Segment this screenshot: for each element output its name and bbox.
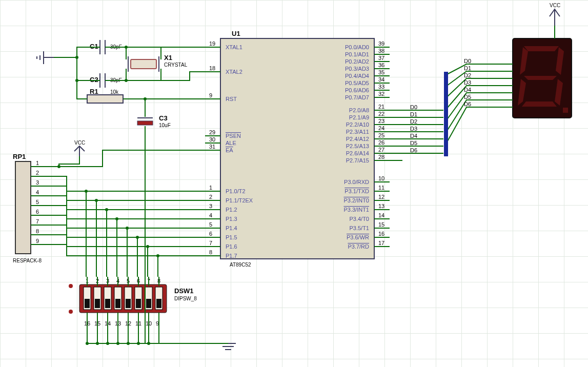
- ground-symbol-1: [37, 51, 54, 64]
- mcu-pin-num: 11: [378, 185, 384, 191]
- mcu-pin-name: P3.4/T0: [349, 216, 369, 222]
- svg-rect-43: [146, 299, 151, 308]
- mcu-pin-num: 14: [378, 212, 384, 218]
- svg-point-64: [85, 190, 88, 193]
- mcu-pin-num: 35: [378, 69, 384, 75]
- mcu-pin-name: P3.7/RD: [348, 243, 369, 250]
- net-label: D1: [464, 65, 471, 71]
- mcu-pin-name: P0.1/AD1: [345, 51, 369, 57]
- svg-point-66: [105, 208, 108, 211]
- mcu-pin-name: P0.4/AD4: [345, 73, 369, 79]
- mcu-pin-name: P3.1/TXD: [344, 188, 369, 194]
- mcu-pin-num: 13: [378, 203, 384, 209]
- mcu-pin-name: P2.4/A12: [346, 136, 369, 142]
- net-label: D0: [464, 58, 471, 64]
- net-label: D3: [410, 126, 417, 132]
- mcu-pin-name: P1.2: [226, 207, 237, 213]
- svg-point-89: [75, 56, 78, 59]
- mcu-pin-num: 26: [378, 139, 384, 146]
- mcu-pin-num: 6: [209, 231, 212, 237]
- mcu-pin-name: P3.3/INT1: [343, 207, 369, 213]
- r1-val: 10k: [110, 89, 119, 95]
- svg-point-67: [115, 217, 118, 220]
- vcc-top-label: VCC: [550, 3, 560, 8]
- mcu-pin-name: P2.5/A13: [346, 143, 369, 149]
- svg-rect-54: [563, 108, 568, 113]
- c1-ref: C1: [90, 43, 98, 50]
- mcu-pin-name: P1.4: [226, 225, 237, 231]
- net-label: D2: [464, 72, 471, 78]
- mcu-pin-num: 22: [378, 111, 384, 117]
- rp1-pin: 5: [36, 199, 39, 205]
- svg-point-29: [69, 310, 73, 314]
- mcu-pin-name: P0.6/AD6: [345, 87, 369, 93]
- rp1-pin: 8: [36, 228, 39, 234]
- mcu-pin-num: 10: [378, 175, 384, 181]
- vcc-symbol-left: VCC: [74, 140, 85, 156]
- mcu-part: AT89C52: [230, 262, 251, 268]
- mcu-pin-name: P2.3/A11: [346, 129, 369, 135]
- c2-ref: C2: [90, 76, 98, 84]
- mcu-pin-name: P2.2/A10: [346, 121, 369, 128]
- mcu-ref: U1: [232, 30, 240, 37]
- rp1-pin: 2: [36, 170, 39, 176]
- vcc-symbol-top: VCC: [550, 3, 560, 26]
- mcu-pin-num: 2: [209, 194, 212, 200]
- crystal-x1[interactable]: X1 CRYSTAL: [128, 54, 188, 72]
- mcu-pin-name: P1.3: [226, 216, 237, 222]
- svg-rect-37: [115, 299, 120, 308]
- mcu-pin-num: 30: [209, 136, 215, 142]
- mcu-pin-name: RST: [226, 96, 237, 102]
- net-label: D3: [464, 79, 471, 86]
- mcu-pin-num: 4: [209, 212, 212, 218]
- resistor-r1[interactable]: R1 10k: [87, 88, 123, 103]
- x1-val: CRYSTAL: [164, 62, 188, 68]
- mcu-pin-num: 37: [378, 55, 384, 61]
- rp1-pin: 9: [36, 238, 39, 244]
- rp1-pin: 4: [36, 189, 39, 195]
- vcc-left-label: VCC: [74, 140, 85, 146]
- seven-seg-display[interactable]: [513, 38, 572, 118]
- mcu-pin-name: P2.6/A14: [346, 150, 369, 156]
- svg-point-70: [146, 245, 149, 248]
- net-label: D6: [464, 101, 471, 107]
- svg-rect-10: [137, 121, 153, 125]
- mcu-pin-name: P2.7/A15: [346, 157, 369, 164]
- mcu-pin-num: 24: [378, 125, 384, 131]
- net-label: D5: [464, 94, 471, 100]
- mcu-pin-num: 16: [378, 231, 384, 237]
- rp1-pin: 7: [36, 218, 39, 225]
- svg-point-90: [75, 79, 78, 82]
- mcu-pin-name: P1.1/T2EX: [226, 197, 253, 203]
- svg-marker-47: [524, 46, 559, 51]
- mcu-pin-name: P2.0/A8: [349, 107, 369, 113]
- net-label: D4: [410, 133, 417, 139]
- svg-rect-17: [15, 161, 31, 254]
- capacitor-c3[interactable]: C3 10uF: [137, 114, 171, 128]
- r1-ref: R1: [90, 88, 98, 95]
- mcu-pin-name: P3.6/WR: [347, 234, 369, 240]
- net-label: D0: [410, 104, 417, 110]
- mcu-pin-num: 32: [378, 91, 384, 97]
- mcu-pin-name: P0.5/AD5: [345, 80, 369, 86]
- mcu-pin-num: 28: [378, 154, 384, 160]
- mcu-pin-num: 15: [378, 221, 384, 228]
- mcu-pin-name: ALE: [226, 140, 236, 146]
- net-label: D6: [410, 147, 417, 153]
- mcu-pin-name: XTAL2: [226, 69, 242, 75]
- svg-point-93: [144, 97, 147, 100]
- x1-ref: X1: [164, 54, 172, 62]
- mcu-pin-num: 9: [209, 92, 212, 98]
- mcu-pin-num: 17: [378, 240, 384, 246]
- mcu-pin-name: P3.5/T1: [349, 225, 369, 231]
- svg-rect-27: [79, 284, 167, 313]
- svg-rect-31: [85, 299, 90, 308]
- mcu-pin-name: P1.5: [226, 234, 237, 240]
- mcu-pin-name: P0.0/AD0: [345, 44, 369, 50]
- svg-point-71: [156, 254, 159, 257]
- svg-point-91: [125, 46, 128, 49]
- svg-point-69: [136, 236, 139, 239]
- mcu-pin-num: 29: [209, 129, 215, 135]
- svg-point-65: [95, 199, 98, 202]
- svg-point-68: [126, 227, 129, 230]
